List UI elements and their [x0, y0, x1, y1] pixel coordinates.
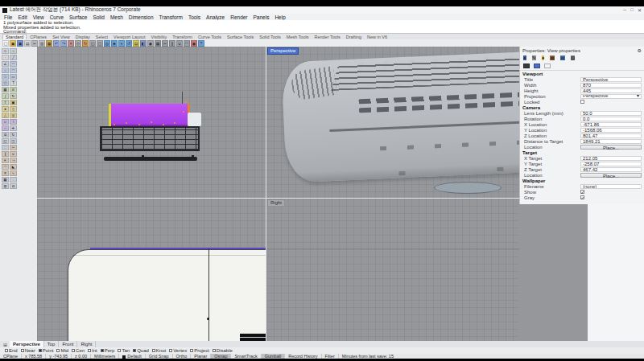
new-file-icon[interactable]: ▢ — [2, 40, 9, 47]
camera-icon[interactable] — [523, 64, 530, 68]
property-value-field[interactable]: 0.0 — [580, 117, 642, 121]
curve-icon[interactable]: ◠ — [10, 61, 17, 67]
osnap-checkbox[interactable] — [72, 349, 75, 352]
zoom-window-icon[interactable]: ◎ — [104, 40, 110, 47]
extrude-icon[interactable]: ⇧ — [2, 100, 9, 105]
blend-icon[interactable]: ∿ — [10, 170, 17, 176]
viewport-front[interactable] — [37, 47, 266, 198]
viewport-title-tab[interactable]: Perspective — [267, 47, 299, 55]
osnap-toggle[interactable]: Project — [190, 348, 209, 353]
menu-item[interactable]: Panels — [254, 14, 270, 20]
status-toggle[interactable]: SmartTrack — [231, 354, 261, 359]
minimize-button[interactable]: ─ — [623, 7, 626, 13]
pan-view-icon[interactable]: + — [118, 40, 125, 47]
control-point[interactable] — [174, 122, 175, 124]
undo-icon[interactable]: ↶ — [53, 40, 60, 47]
show-icon[interactable]: ◍ — [2, 183, 9, 189]
property-checkbox[interactable] — [580, 100, 584, 104]
viewport-layout-icon[interactable]: ⊞ — [3, 342, 7, 347]
menu-item[interactable]: File — [4, 14, 12, 20]
gear-icon[interactable]: ⚙ — [638, 47, 642, 53]
layer-icon[interactable]: ▤ — [133, 40, 139, 47]
viewport-tab[interactable]: Right — [77, 341, 96, 347]
explode-icon[interactable]: ✳ — [2, 158, 9, 163]
cplane-indicator[interactable]: CPlane — [0, 354, 22, 359]
status-toggle[interactable]: Gumball — [262, 354, 285, 359]
copy-icon[interactable]: ▥ — [39, 40, 45, 47]
split-icon[interactable]: ∥ — [169, 40, 175, 47]
boolean-intersection-icon[interactable]: ∩ — [2, 125, 9, 131]
property-checkbox[interactable] — [580, 195, 584, 199]
osnap-toggle[interactable]: Mid — [56, 348, 68, 353]
louver-bar[interactable] — [104, 157, 197, 161]
array-icon[interactable]: ∷ — [2, 145, 9, 150]
control-point[interactable] — [138, 124, 140, 125]
material-icon[interactable]: ✎ — [532, 55, 536, 60]
mirror-icon[interactable]: ◫ — [97, 40, 103, 47]
join-icon[interactable]: ∪ — [176, 40, 183, 47]
polyline-icon[interactable]: ∠ — [2, 61, 9, 67]
url-icon[interactable]: ▤ — [560, 55, 565, 60]
menu-item[interactable]: Solid — [93, 14, 104, 20]
join-tool-icon[interactable]: ⊍ — [10, 151, 17, 157]
osnap-checkbox[interactable] — [152, 349, 155, 352]
property-value-field[interactable]: Perspective — [580, 77, 642, 82]
viewport-tab[interactable]: Perspective — [10, 341, 44, 347]
delete-icon[interactable]: × — [68, 40, 74, 47]
status-toggle[interactable]: Planar — [191, 354, 211, 359]
place-button[interactable]: Place... — [580, 173, 642, 178]
control-point[interactable] — [183, 111, 184, 113]
sphere-icon[interactable]: ● — [2, 106, 9, 112]
property-value-field[interactable]: 467.42 — [580, 167, 642, 172]
point-icon[interactable]: · — [2, 55, 9, 60]
texture-icon[interactable]: ▦ — [550, 55, 555, 60]
fillet-icon[interactable]: ◠ — [184, 40, 190, 47]
viewport-title-tab[interactable]: Right — [267, 199, 285, 207]
render-icon[interactable]: ◉ — [191, 40, 197, 47]
property-value-field[interactable]: 50.0 — [580, 111, 642, 116]
scale-icon[interactable]: ◱ — [89, 40, 96, 47]
status-toggle[interactable]: Filter — [322, 354, 339, 359]
trim-icon[interactable]: ✂ — [162, 40, 168, 47]
rotate-tool-icon[interactable]: ↻ — [10, 132, 17, 137]
menu-item[interactable]: Analyze — [206, 14, 225, 20]
property-value-field[interactable]: -671.86 — [580, 122, 642, 127]
property-checkbox[interactable] — [580, 190, 584, 194]
section-line[interactable] — [208, 248, 209, 341]
osnap-toggle[interactable]: Knot — [152, 348, 166, 353]
ac-unit-model[interactable] — [281, 51, 519, 183]
move-icon[interactable]: ◇ — [75, 40, 81, 47]
osnap-toggle[interactable]: Tan — [118, 348, 130, 353]
selected-curve[interactable] — [90, 248, 266, 249]
close-button[interactable]: ✕ — [638, 7, 642, 13]
wallpaper-icon[interactable] — [544, 64, 551, 68]
curve-point[interactable] — [207, 318, 209, 320]
maximize-button[interactable]: □ — [630, 7, 634, 13]
open-file-icon[interactable]: ▣ — [10, 40, 16, 47]
menu-item[interactable]: Curve — [50, 14, 64, 20]
property-value-field[interactable]: 1849.21 — [580, 139, 642, 144]
cut-icon[interactable]: ✂ — [31, 40, 38, 47]
osnap-toggle[interactable]: End — [5, 348, 18, 353]
help-icon[interactable]: ? — [198, 40, 204, 47]
split-tool-icon[interactable]: ∥ — [2, 151, 9, 157]
osnap-toggle[interactable]: Near — [21, 348, 35, 353]
display-mode-icon[interactable]: ◧ — [140, 40, 147, 47]
property-value-field[interactable]: -1568.06 — [580, 128, 642, 133]
menu-item[interactable]: Render — [230, 14, 247, 20]
boolean-difference-icon[interactable]: ∖ — [10, 119, 17, 125]
lasso-icon[interactable]: ○ — [10, 48, 17, 54]
property-value-field[interactable]: -258.07 — [580, 162, 642, 166]
menu-item[interactable]: Mesh — [110, 14, 123, 20]
menu-item[interactable]: View — [33, 14, 44, 20]
property-value-field[interactable]: 445 — [580, 88, 642, 93]
command-area[interactable]: 1 polysurface added to selection. Mixed … — [0, 20, 644, 34]
circle-icon[interactable]: ○ — [2, 68, 9, 73]
units-indicator[interactable]: Millimeters — [91, 354, 119, 359]
osnap-toggle[interactable]: Point — [39, 348, 54, 353]
osnap-checkbox[interactable] — [190, 349, 193, 352]
rotate-view-icon[interactable]: ↺ — [126, 40, 132, 47]
viewport-perspective[interactable]: Perspective — [266, 47, 519, 198]
paste-icon[interactable]: ▦ — [46, 40, 52, 47]
osnap-checkbox[interactable] — [118, 349, 121, 352]
